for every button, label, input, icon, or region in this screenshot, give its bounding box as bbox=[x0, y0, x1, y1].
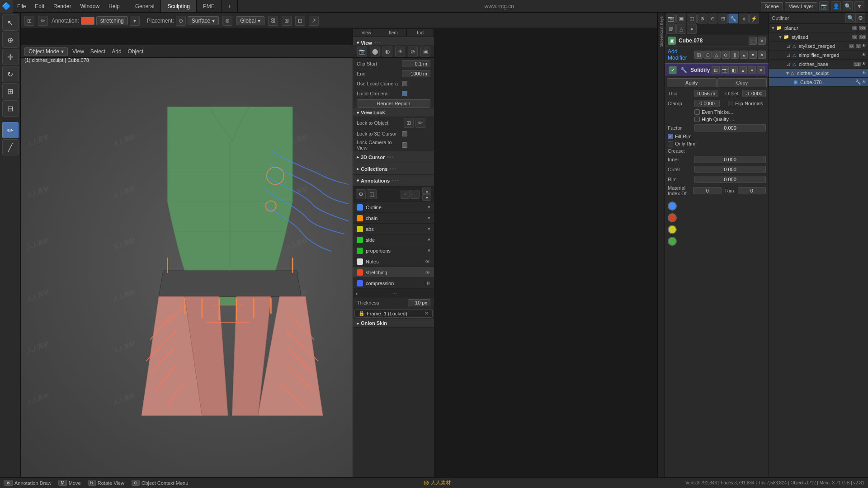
placement-select[interactable]: Surface ▾ bbox=[188, 16, 219, 25]
modifier-icon-3[interactable]: △ bbox=[712, 51, 721, 59]
modifier-icon-5[interactable]: ∥ bbox=[731, 51, 739, 59]
even-thickness-checkbox[interactable] bbox=[694, 109, 700, 115]
notes-eye-icon[interactable]: 👁 bbox=[425, 259, 430, 264]
view-layer-selector[interactable]: View Layer bbox=[785, 2, 817, 10]
simplified-merged-eye[interactable]: 👁 bbox=[862, 52, 866, 57]
annotations-dots[interactable]: ⋯ bbox=[390, 176, 401, 185]
annotation-name-field[interactable]: stretching bbox=[96, 16, 128, 25]
menu-render[interactable]: Render bbox=[49, 0, 75, 12]
tab-add[interactable]: + bbox=[222, 0, 238, 12]
modifier-up-icon[interactable]: ▴ bbox=[740, 51, 748, 59]
annotation-compression[interactable]: compression 👁 bbox=[353, 278, 434, 289]
modifier-render-icon[interactable]: 📷 bbox=[721, 66, 729, 74]
annotate-line-tool-btn[interactable]: ╱ bbox=[2, 139, 19, 155]
swatch-yellow[interactable] bbox=[668, 225, 677, 234]
tab-general[interactable]: General bbox=[129, 0, 161, 12]
annotation-color-picker[interactable] bbox=[81, 17, 94, 25]
outliner-filter-icon[interactable]: ⚙ bbox=[855, 13, 865, 23]
tab-pme[interactable]: PME bbox=[197, 0, 222, 12]
clip-start-value[interactable]: 0.1 m bbox=[402, 60, 430, 67]
menu-window[interactable]: Window bbox=[75, 0, 104, 12]
scene-selector[interactable]: Scene bbox=[761, 2, 783, 10]
frame-close-btn[interactable]: ✕ bbox=[425, 310, 429, 316]
clothes-sculpt-eye[interactable]: 👁 bbox=[862, 70, 866, 75]
proportions-dropdown-icon[interactable]: ▾ bbox=[428, 248, 430, 253]
prop-scene-icon[interactable]: ⊛ bbox=[697, 14, 707, 23]
lock-to-object-edit[interactable]: ✏ bbox=[415, 118, 425, 128]
stylised-merged-eye[interactable]: 👁 bbox=[862, 43, 866, 48]
filter-icon[interactable]: ▼ bbox=[854, 1, 864, 11]
prop-physics-icon[interactable]: ⚡ bbox=[749, 14, 759, 23]
modifier-editmode-icon[interactable]: ◧ bbox=[730, 66, 738, 74]
stylised-expand-icon[interactable]: ▾ bbox=[779, 34, 782, 40]
outliner-item-stylised-merged[interactable]: ⊿ △ stylised_merged 6 2 👁 bbox=[769, 42, 868, 51]
offset-input[interactable]: -1.0000 bbox=[742, 90, 766, 97]
clothes-base-eye[interactable]: 👁 bbox=[862, 61, 866, 66]
lock-to-object-icon[interactable]: ⊞ bbox=[404, 118, 414, 128]
flip-normals-checkbox[interactable] bbox=[728, 101, 733, 106]
annotation-side[interactable]: side ▾ bbox=[353, 235, 434, 245]
collections-dots[interactable]: ⋯ bbox=[387, 164, 398, 173]
search-icon[interactable]: 🔍 bbox=[843, 1, 853, 11]
outliner-search-icon[interactable]: 🔍 bbox=[845, 13, 855, 23]
abs-dropdown-icon[interactable]: ▾ bbox=[428, 226, 430, 232]
copy-button[interactable]: Copy bbox=[717, 78, 767, 87]
local-camera-checkbox[interactable] bbox=[402, 91, 407, 96]
cursor-tool-btn[interactable]: ⊕ bbox=[2, 32, 19, 48]
swatch-green[interactable] bbox=[668, 237, 677, 246]
only-rim-checkbox[interactable] bbox=[668, 141, 673, 146]
viewport-add-menu[interactable]: Add bbox=[110, 48, 123, 55]
swatch-red[interactable] bbox=[668, 213, 677, 222]
anno-add-btn[interactable]: + bbox=[401, 190, 410, 199]
move-tool-btn[interactable]: ✛ bbox=[2, 49, 19, 65]
unlink-btn[interactable]: ✕ bbox=[758, 37, 766, 45]
viewport-rendered-icon[interactable]: ☀ bbox=[395, 47, 405, 56]
select-tool-btn[interactable]: ↖ bbox=[2, 14, 19, 31]
n-tab-view[interactable]: View bbox=[353, 29, 380, 37]
annotation-dropdown-icon[interactable]: ▾ bbox=[130, 16, 140, 26]
object-mode-dropdown[interactable]: Object Mode ▾ bbox=[24, 47, 68, 56]
use-local-camera-checkbox[interactable] bbox=[402, 81, 407, 86]
annotate-tool-btn[interactable]: ✏ bbox=[2, 122, 19, 138]
fall-off-icon[interactable]: ↗ bbox=[309, 16, 319, 26]
thickness-mod-input[interactable]: 0.056 m bbox=[694, 90, 718, 97]
brush-tool-icon[interactable]: ✏ bbox=[38, 16, 48, 26]
fill-rim-checkbox[interactable]: ✓ bbox=[668, 134, 673, 139]
collections-section-header[interactable]: ▸ Collections ⋯ bbox=[353, 163, 434, 175]
outliner-item-clothes-sculpt[interactable]: ▾ △ clothes_sculpt 👁 bbox=[769, 69, 868, 78]
modifier-enable-checkbox[interactable]: ✓ bbox=[669, 66, 677, 74]
render-region-button[interactable]: Render Region bbox=[357, 99, 430, 108]
anno-down-btn[interactable]: ▾ bbox=[422, 194, 431, 201]
prop-material-icon[interactable]: ● bbox=[687, 24, 697, 34]
modifier-up-btn[interactable]: ▴ bbox=[739, 66, 747, 74]
annotation-outline[interactable]: Outline ▾ bbox=[353, 202, 434, 213]
editor-type-icon[interactable]: ⊞ bbox=[24, 16, 34, 26]
menu-help[interactable]: Help bbox=[104, 0, 124, 12]
prop-render-icon[interactable]: 📷 bbox=[666, 14, 676, 23]
clip-end-value[interactable]: 1000 m bbox=[402, 70, 430, 77]
side-dropdown-icon[interactable]: ▾ bbox=[428, 237, 430, 243]
annotation-stretching[interactable]: stretching 👁 bbox=[353, 267, 434, 278]
n-tab-item[interactable]: Item bbox=[380, 29, 407, 37]
modifier-icon-2[interactable]: ⬡ bbox=[703, 51, 712, 59]
thickness-value[interactable]: 10 px bbox=[408, 299, 430, 306]
viewport-material-icon[interactable]: ◐ bbox=[382, 47, 392, 56]
view-lock-section-header[interactable]: ▾ View Lock bbox=[353, 108, 434, 117]
onion-skin-section-header[interactable]: ▸ Onion Skin bbox=[353, 319, 434, 328]
outliner-item-planur[interactable]: ▾ 📁 planur 6 38 bbox=[769, 23, 868, 33]
viewport-xray-icon[interactable]: ▣ bbox=[420, 47, 430, 56]
annotation-abs[interactable]: abs ▾ bbox=[353, 224, 434, 235]
stretching-eye-icon[interactable]: 👁 bbox=[425, 270, 430, 275]
lock-camera-checkbox[interactable] bbox=[402, 142, 407, 148]
apply-button[interactable]: Apply bbox=[667, 78, 717, 87]
n-tab-tool[interactable]: Tool bbox=[407, 29, 434, 37]
transform-select[interactable]: Global ▾ bbox=[236, 16, 264, 25]
proportional-icon[interactable]: ⊡ bbox=[295, 16, 305, 26]
compression-eye-icon[interactable]: 👁 bbox=[425, 281, 430, 286]
viewport-view-menu[interactable]: View bbox=[71, 48, 86, 55]
3d-cursor-dots[interactable]: ⋯ bbox=[385, 153, 396, 161]
rotate-tool-btn[interactable]: ↻ bbox=[2, 66, 19, 82]
fake-user-btn[interactable]: F bbox=[749, 37, 757, 45]
modifier-icon-4[interactable]: ⊙ bbox=[722, 51, 730, 59]
planur-expand-icon[interactable]: ▾ bbox=[772, 25, 774, 31]
